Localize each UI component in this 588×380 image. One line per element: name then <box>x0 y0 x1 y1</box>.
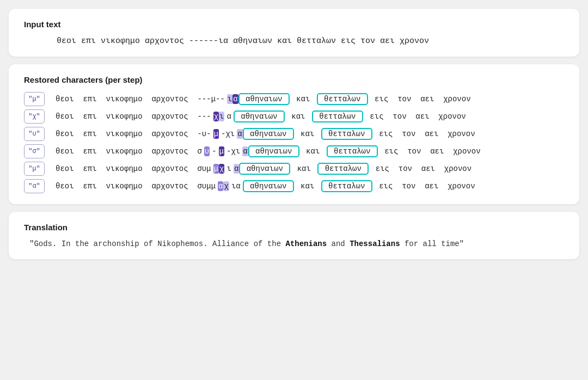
token-hl: α <box>237 129 242 139</box>
token: θεοι επι νικοφημο αρχοντος συμμ <box>53 182 218 191</box>
token-hl-medium: α <box>218 181 223 191</box>
step-badge-5: "μ" <box>24 162 45 176</box>
token-hl-dark: α <box>232 94 238 104</box>
step-row-5: "μ" θεοι επι νικοφημο αρχοντος συμμχια α… <box>24 162 564 176</box>
token-hl: χ <box>223 181 229 191</box>
step-row-2: "χ" θεοι επι νικοφημο αρχοντος ---χια αθ… <box>24 109 564 124</box>
token: ια <box>229 182 243 191</box>
token-teal-2: θετταλων <box>321 128 372 140</box>
token: θεοι επι νικοφημο αρχοντος συμ <box>53 164 213 173</box>
token-teal-2: θετταλων <box>312 111 363 122</box>
translation-bold-1: Athenians <box>285 240 327 248</box>
translation-quote-close: for all time" <box>400 240 464 248</box>
step-text-4: θεοι επι νικοφημο αρχοντος συ-μ-χια αθην… <box>53 145 483 157</box>
token: εις τον αει χρονον <box>378 147 483 156</box>
steps-container: "μ" θεοι επι νικοφημο αρχοντος ---μ--ια … <box>24 92 564 193</box>
token-teal-2: θετταλων <box>317 163 369 175</box>
step-text-5: θεοι επι νικοφημο αρχοντος συμμχια αθηνα… <box>53 163 474 175</box>
translation-title: Translation <box>24 223 564 232</box>
token: και <box>290 164 317 173</box>
token-hl: α <box>242 146 248 156</box>
token: εις τον αει χρονον <box>363 112 468 121</box>
token-hl-dark: μ <box>213 129 219 139</box>
token: α <box>224 112 233 121</box>
token: -χι <box>224 147 242 156</box>
token: εις τον αει χρονον <box>368 95 473 103</box>
token: θεοι επι νικοφημο αρχοντος ---μ-- <box>53 95 227 103</box>
token-hl-medium: υ <box>204 146 210 156</box>
token: ι <box>224 164 233 173</box>
token: και <box>299 147 327 156</box>
token-teal-2: θετταλων <box>327 145 378 157</box>
token: θεοι επι νικοφημο αρχοντος -υ- <box>53 130 213 138</box>
step-row-1: "μ" θεοι επι νικοφημο αρχοντος ---μ--ια … <box>24 92 564 106</box>
step-row-4: "σ" θεοι επι νικοφημο αρχοντος συ-μ-χια … <box>24 144 564 158</box>
token: και <box>285 112 312 121</box>
token: εις τον αει χρονον <box>372 130 477 138</box>
token: θεοι επι νικοφημο αρχοντος σ <box>53 147 204 156</box>
token-hl-dark: χ <box>219 164 224 174</box>
token: -χι <box>219 130 237 138</box>
token-hl-dark: χ <box>213 112 219 121</box>
input-text-title: Input text <box>24 20 564 29</box>
translation-card: Translation "Gods. In the archonship of … <box>9 212 579 259</box>
token-hl: ι <box>227 94 232 104</box>
step-badge-6: "α" <box>24 179 45 193</box>
token-teal-2: θετταλων <box>321 180 372 192</box>
translation-middle: and <box>327 240 350 248</box>
token: εις τον αει χρονον <box>372 182 477 191</box>
token-teal-1: αθηναιων <box>243 128 294 140</box>
step-badge-2: "χ" <box>24 109 45 124</box>
token: θεοι επι νικοφημο αρχοντος --- <box>53 112 213 121</box>
token-teal-1: αθηναιων <box>243 180 294 192</box>
step-row-3: "υ" θεοι επι νικοφημο αρχοντος -υ-μ-χια … <box>24 127 564 141</box>
step-row-6: "α" θεοι επι νικοφημο αρχοντος συμμαχια … <box>24 179 564 193</box>
token: και <box>294 130 321 138</box>
translation-bold-2: Thessalians <box>350 240 400 248</box>
token-teal-1: αθηναιων <box>234 111 285 122</box>
input-text-card: Input text θεοι επι νικοφημο αρχοντος --… <box>9 9 579 57</box>
token: και <box>294 182 321 191</box>
token-hl-medium: μ <box>213 164 219 174</box>
step-badge-1: "μ" <box>24 92 45 106</box>
token: εις τον αει χρονον <box>369 164 474 173</box>
step-text-2: θεοι επι νικοφημο αρχοντος ---χια αθηναι… <box>53 111 468 122</box>
input-text-content: θεοι επι νικοφημο αρχοντος ------ια αθην… <box>24 36 564 46</box>
token: - <box>210 147 218 156</box>
step-badge-3: "υ" <box>24 127 45 141</box>
token-teal-1: αθηναιων <box>238 93 290 105</box>
token-hl: ι <box>219 112 224 121</box>
step-text-1: θεοι επι νικοφημο αρχοντος ---μ--ια αθην… <box>53 93 473 105</box>
step-text-3: θεοι επι νικοφημο αρχοντος -υ-μ-χια αθην… <box>53 128 477 140</box>
token-teal-1: αθηναιων <box>239 163 290 175</box>
restored-characters-title: Restored characters (per step) <box>24 75 564 84</box>
step-text-6: θεοι επι νικοφημο αρχοντος συμμαχια αθην… <box>53 180 477 192</box>
token-teal-1: αθηναιων <box>248 145 299 157</box>
step-badge-4: "σ" <box>24 144 45 158</box>
token-hl-dark: μ <box>219 146 224 156</box>
token-hl: α <box>234 164 239 174</box>
restored-characters-card: Restored characters (per step) "μ" θεοι … <box>9 64 579 204</box>
token: και <box>290 95 317 103</box>
translation-text: "Gods. In the archonship of Nikophemos. … <box>24 240 564 248</box>
token-teal-2: θετταλων <box>317 93 368 105</box>
translation-quote-open: "Gods. In the archonship of Nikophemos. … <box>29 240 285 248</box>
